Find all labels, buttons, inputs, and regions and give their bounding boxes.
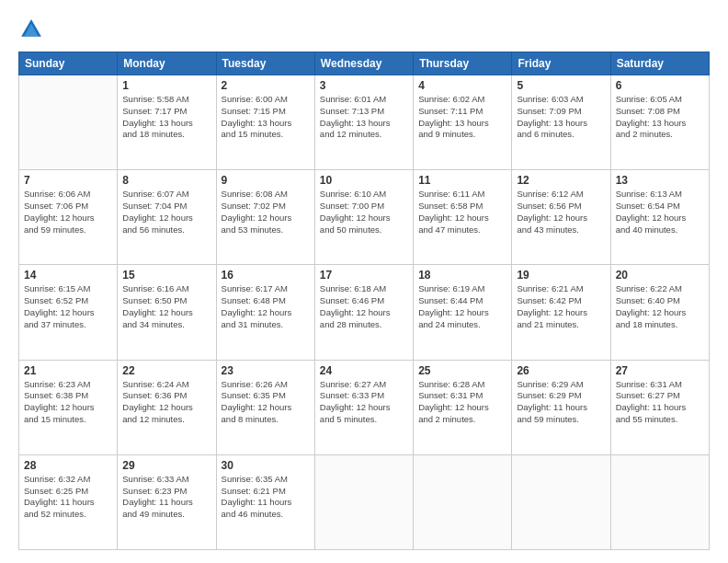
day-number: 22 <box>122 364 210 377</box>
calendar-week-row: 14Sunrise: 6:15 AM Sunset: 6:52 PM Dayli… <box>19 265 710 360</box>
day-info: Sunrise: 6:24 AM Sunset: 6:36 PM Dayligh… <box>122 379 210 426</box>
day-number: 20 <box>616 269 704 282</box>
calendar-cell: 7Sunrise: 6:06 AM Sunset: 7:06 PM Daylig… <box>19 170 118 265</box>
header <box>18 17 710 42</box>
day-info: Sunrise: 6:31 AM Sunset: 6:27 PM Dayligh… <box>616 379 704 426</box>
day-info: Sunrise: 6:32 AM Sunset: 6:25 PM Dayligh… <box>24 474 112 521</box>
day-info: Sunrise: 6:18 AM Sunset: 6:46 PM Dayligh… <box>320 283 408 330</box>
calendar-cell: 19Sunrise: 6:21 AM Sunset: 6:42 PM Dayli… <box>512 265 610 360</box>
calendar-cell: 2Sunrise: 6:00 AM Sunset: 7:15 PM Daylig… <box>216 75 314 170</box>
day-info: Sunrise: 6:13 AM Sunset: 6:54 PM Dayligh… <box>616 189 704 236</box>
day-number: 5 <box>517 79 605 92</box>
calendar-cell: 12Sunrise: 6:12 AM Sunset: 6:56 PM Dayli… <box>512 170 610 265</box>
day-info: Sunrise: 6:33 AM Sunset: 6:23 PM Dayligh… <box>122 474 210 521</box>
calendar-cell: 17Sunrise: 6:18 AM Sunset: 6:46 PM Dayli… <box>314 265 413 360</box>
calendar-cell: 30Sunrise: 6:35 AM Sunset: 6:21 PM Dayli… <box>216 454 314 549</box>
day-info: Sunrise: 6:23 AM Sunset: 6:38 PM Dayligh… <box>24 379 112 426</box>
calendar-cell: 18Sunrise: 6:19 AM Sunset: 6:44 PM Dayli… <box>414 265 512 360</box>
calendar-cell: 24Sunrise: 6:27 AM Sunset: 6:33 PM Dayli… <box>314 360 413 454</box>
calendar-cell: 29Sunrise: 6:33 AM Sunset: 6:23 PM Dayli… <box>118 454 216 549</box>
calendar-cell: 23Sunrise: 6:26 AM Sunset: 6:35 PM Dayli… <box>216 360 314 454</box>
day-header-thursday: Thursday <box>414 52 512 75</box>
calendar-cell: 13Sunrise: 6:13 AM Sunset: 6:54 PM Dayli… <box>610 170 709 265</box>
calendar-cell: 5Sunrise: 6:03 AM Sunset: 7:09 PM Daylig… <box>512 75 610 170</box>
day-number: 26 <box>517 364 605 377</box>
logo-icon <box>18 17 44 42</box>
day-info: Sunrise: 6:22 AM Sunset: 6:40 PM Dayligh… <box>616 283 704 330</box>
calendar-cell <box>19 75 118 170</box>
day-info: Sunrise: 6:35 AM Sunset: 6:21 PM Dayligh… <box>222 474 310 521</box>
day-number: 27 <box>616 364 704 377</box>
calendar-cell: 16Sunrise: 6:17 AM Sunset: 6:48 PM Dayli… <box>216 265 314 360</box>
calendar-cell <box>314 454 413 549</box>
calendar-cell: 20Sunrise: 6:22 AM Sunset: 6:40 PM Dayli… <box>610 265 709 360</box>
logo <box>18 17 48 42</box>
day-info: Sunrise: 6:07 AM Sunset: 7:04 PM Dayligh… <box>122 189 210 236</box>
calendar-cell: 21Sunrise: 6:23 AM Sunset: 6:38 PM Dayli… <box>19 360 118 454</box>
day-info: Sunrise: 6:03 AM Sunset: 7:09 PM Dayligh… <box>517 94 605 141</box>
day-info: Sunrise: 6:12 AM Sunset: 6:56 PM Dayligh… <box>517 189 605 236</box>
day-info: Sunrise: 6:01 AM Sunset: 7:13 PM Dayligh… <box>320 94 408 141</box>
calendar-week-row: 28Sunrise: 6:32 AM Sunset: 6:25 PM Dayli… <box>19 454 710 549</box>
day-header-tuesday: Tuesday <box>216 52 314 75</box>
day-info: Sunrise: 6:05 AM Sunset: 7:08 PM Dayligh… <box>616 94 704 141</box>
day-info: Sunrise: 6:19 AM Sunset: 6:44 PM Dayligh… <box>418 283 506 330</box>
calendar-cell: 11Sunrise: 6:11 AM Sunset: 6:58 PM Dayli… <box>414 170 512 265</box>
calendar-cell: 9Sunrise: 6:08 AM Sunset: 7:02 PM Daylig… <box>216 170 314 265</box>
day-number: 7 <box>24 174 112 187</box>
day-header-saturday: Saturday <box>610 52 709 75</box>
calendar-cell: 14Sunrise: 6:15 AM Sunset: 6:52 PM Dayli… <box>19 265 118 360</box>
calendar-cell <box>414 454 512 549</box>
day-header-friday: Friday <box>512 52 610 75</box>
day-number: 12 <box>517 174 605 187</box>
day-info: Sunrise: 6:15 AM Sunset: 6:52 PM Dayligh… <box>24 283 112 330</box>
calendar-cell: 6Sunrise: 6:05 AM Sunset: 7:08 PM Daylig… <box>610 75 709 170</box>
day-number: 14 <box>24 269 112 282</box>
calendar-cell: 10Sunrise: 6:10 AM Sunset: 7:00 PM Dayli… <box>314 170 413 265</box>
day-info: Sunrise: 6:02 AM Sunset: 7:11 PM Dayligh… <box>418 94 506 141</box>
day-number: 28 <box>24 459 112 472</box>
day-number: 16 <box>222 269 310 282</box>
day-number: 8 <box>122 174 210 187</box>
calendar-cell: 8Sunrise: 6:07 AM Sunset: 7:04 PM Daylig… <box>118 170 216 265</box>
day-number: 10 <box>320 174 408 187</box>
calendar-cell: 25Sunrise: 6:28 AM Sunset: 6:31 PM Dayli… <box>414 360 512 454</box>
day-number: 13 <box>616 174 704 187</box>
day-number: 6 <box>616 79 704 92</box>
day-info: Sunrise: 6:10 AM Sunset: 7:00 PM Dayligh… <box>320 189 408 236</box>
day-info: Sunrise: 5:58 AM Sunset: 7:17 PM Dayligh… <box>122 94 210 141</box>
day-info: Sunrise: 6:28 AM Sunset: 6:31 PM Dayligh… <box>418 379 506 426</box>
day-info: Sunrise: 6:27 AM Sunset: 6:33 PM Dayligh… <box>320 379 408 426</box>
calendar-week-row: 1Sunrise: 5:58 AM Sunset: 7:17 PM Daylig… <box>19 75 710 170</box>
day-number: 17 <box>320 269 408 282</box>
calendar-cell: 15Sunrise: 6:16 AM Sunset: 6:50 PM Dayli… <box>118 265 216 360</box>
day-info: Sunrise: 6:06 AM Sunset: 7:06 PM Dayligh… <box>24 189 112 236</box>
calendar-cell: 27Sunrise: 6:31 AM Sunset: 6:27 PM Dayli… <box>610 360 709 454</box>
day-info: Sunrise: 6:21 AM Sunset: 6:42 PM Dayligh… <box>517 283 605 330</box>
day-info: Sunrise: 6:17 AM Sunset: 6:48 PM Dayligh… <box>222 283 310 330</box>
day-header-monday: Monday <box>118 52 216 75</box>
calendar-cell: 1Sunrise: 5:58 AM Sunset: 7:17 PM Daylig… <box>118 75 216 170</box>
day-number: 29 <box>122 459 210 472</box>
day-info: Sunrise: 6:26 AM Sunset: 6:35 PM Dayligh… <box>222 379 310 426</box>
calendar-cell <box>610 454 709 549</box>
calendar-cell: 3Sunrise: 6:01 AM Sunset: 7:13 PM Daylig… <box>314 75 413 170</box>
calendar-cell: 4Sunrise: 6:02 AM Sunset: 7:11 PM Daylig… <box>414 75 512 170</box>
day-info: Sunrise: 6:08 AM Sunset: 7:02 PM Dayligh… <box>222 189 310 236</box>
day-number: 11 <box>418 174 506 187</box>
day-number: 19 <box>517 269 605 282</box>
calendar-cell: 22Sunrise: 6:24 AM Sunset: 6:36 PM Dayli… <box>118 360 216 454</box>
calendar-table: SundayMondayTuesdayWednesdayThursdayFrid… <box>18 52 710 550</box>
calendar-week-row: 7Sunrise: 6:06 AM Sunset: 7:06 PM Daylig… <box>19 170 710 265</box>
calendar-cell: 26Sunrise: 6:29 AM Sunset: 6:29 PM Dayli… <box>512 360 610 454</box>
day-number: 9 <box>222 174 310 187</box>
day-number: 23 <box>222 364 310 377</box>
day-number: 3 <box>320 79 408 92</box>
calendar-week-row: 21Sunrise: 6:23 AM Sunset: 6:38 PM Dayli… <box>19 360 710 454</box>
day-number: 18 <box>418 269 506 282</box>
day-number: 21 <box>24 364 112 377</box>
page: SundayMondayTuesdayWednesdayThursdayFrid… <box>0 0 728 563</box>
day-info: Sunrise: 6:29 AM Sunset: 6:29 PM Dayligh… <box>517 379 605 426</box>
day-number: 1 <box>122 79 210 92</box>
day-number: 2 <box>222 79 310 92</box>
